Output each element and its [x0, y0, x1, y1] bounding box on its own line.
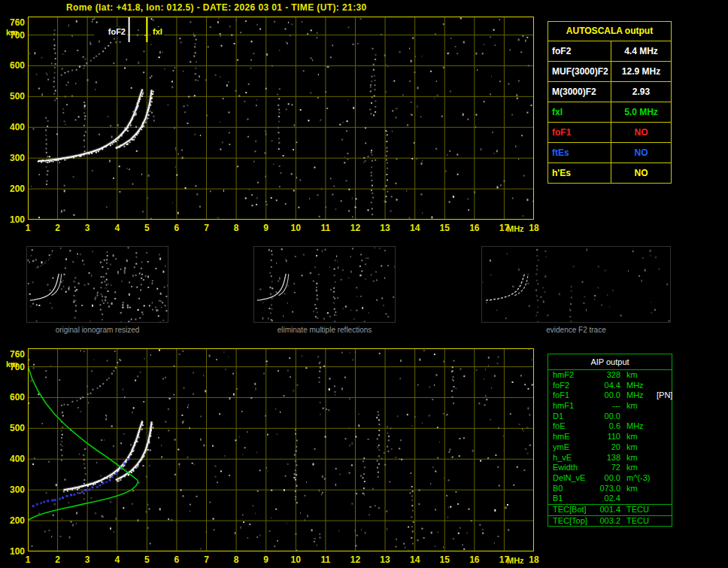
- aip-rows: hmF2328kmfoF204.4MHzfoF100.0MHz[PN]hmF1-…: [548, 370, 672, 526]
- thumbnail-multiple-reflections: [253, 246, 396, 323]
- profile-ionogram-canvas: [28, 348, 534, 551]
- fof2-marker-label: foF2: [94, 27, 127, 36]
- x-tick-label: 18: [526, 223, 542, 233]
- y-tick-label: 200: [2, 515, 25, 526]
- autoscala-row-value: 2.93: [611, 82, 671, 102]
- autoscala-row-value: NO: [611, 143, 671, 163]
- x-tick-label: 10: [287, 223, 304, 233]
- autoscala-row-label: h'Es: [548, 163, 611, 183]
- aip-row-unit: km: [626, 401, 657, 412]
- x-tick-label: 4: [109, 554, 126, 565]
- f2-trace: [38, 90, 144, 164]
- x-tick-label: 1: [20, 554, 36, 565]
- y-tick-label: 400: [2, 122, 25, 132]
- x-tick-label: 16: [466, 554, 483, 565]
- aip-row-value: 00.0: [593, 473, 620, 484]
- y-tick-label: 760: [2, 17, 25, 28]
- autoscala-row-value: 4.4 MHz: [611, 41, 671, 61]
- aip-row-unit: [626, 412, 657, 422]
- x-tick-label: 9: [258, 223, 275, 233]
- aip-row-name: TEC[Bot]: [548, 505, 593, 515]
- autoscala-row-value: 5.0 MHz: [611, 102, 671, 122]
- x-tick-label: 13: [377, 223, 393, 233]
- frequency-markers: [129, 17, 147, 42]
- aip-row: foF204.4MHz: [548, 381, 672, 391]
- aip-row-unit: m^(-3): [626, 473, 657, 484]
- x-tick-label: 8: [228, 554, 244, 565]
- x-tick-label: 15: [436, 554, 453, 565]
- x-tick-label: 7: [199, 223, 215, 233]
- aip-row-extra: [657, 432, 672, 442]
- x-tick-label: 12: [347, 223, 363, 233]
- aip-row-unit: [626, 494, 657, 504]
- aip-row: foE0.6MHz: [548, 421, 672, 432]
- aip-row: foF100.0MHz[PN]: [548, 390, 672, 401]
- aip-row-value: 001.4: [593, 505, 620, 515]
- aip-row-value: 003.2: [593, 516, 620, 527]
- station-title: Rome (lat: +41.8, lon: 012.5) - DATE: 20…: [66, 2, 367, 13]
- thumbnail-f2-trace: [481, 246, 671, 323]
- y-tick-label: 500: [2, 423, 25, 433]
- x-tick-label: 12: [347, 554, 363, 565]
- thumbnail-original-ionogram: [26, 246, 168, 323]
- aip-row-value: 04.4: [593, 381, 620, 391]
- profile-ionogram-plot: [28, 348, 534, 551]
- aip-row-unit: TECU: [626, 516, 657, 527]
- x-tick-label: 14: [407, 554, 423, 565]
- aip-row-value: 0.6: [593, 421, 620, 432]
- aip-row-value: 073.0: [593, 484, 620, 494]
- aip-row-unit: MHz: [626, 381, 657, 391]
- aip-row: B0073.0km: [548, 484, 672, 494]
- thumbnail-f2-trace-canvas: [482, 247, 670, 322]
- aip-row: DelN_vE00.0m^(-3): [548, 473, 672, 484]
- thumbnail-multiple-reflections-canvas: [254, 247, 395, 322]
- aip-row: hmF1---km: [548, 401, 672, 412]
- fxi-marker-label: fxI: [151, 27, 164, 36]
- x-tick-label: 14: [407, 223, 423, 233]
- f2-trace: [257, 274, 289, 300]
- aip-row-extra: [657, 473, 672, 484]
- y-tick-label: 300: [2, 484, 25, 495]
- thumbnail-caption: eliminate multiple reflections: [253, 326, 396, 334]
- second-hop-trace: [36, 252, 53, 269]
- autoscala-row: fxI5.0 MHz: [548, 102, 671, 123]
- aip-row-value: 72: [593, 463, 620, 473]
- aip-row-name: foF2: [548, 381, 593, 391]
- aip-row-extra: [657, 484, 672, 494]
- autoscala-app: Rome (lat: +41.8, lon: 012.5) - DATE: 20…: [0, 0, 728, 568]
- aip-row-name: DelN_vE: [548, 473, 593, 484]
- aip-row-unit: TECU: [626, 505, 657, 515]
- f2-trace: [30, 274, 62, 300]
- autoscala-row: foF24.4 MHz: [548, 41, 671, 62]
- aip-row-name: B1: [548, 494, 593, 504]
- autoscala-row-value: 12.9 MHz: [611, 62, 671, 81]
- thumbnail-original-canvas: [27, 247, 168, 322]
- aip-row-extra: [657, 401, 672, 412]
- aip-row-extra: [657, 370, 672, 381]
- f2-trace: [63, 421, 144, 493]
- main-ionogram-plot: foF2 fxI: [28, 17, 534, 220]
- y-tick-label: 600: [2, 392, 25, 402]
- noise-dots: [483, 249, 670, 322]
- aip-row-unit: km: [626, 442, 657, 453]
- autoscala-header: AUTOSCALA output: [548, 22, 671, 41]
- second-hop-trace: [61, 359, 120, 406]
- aip-row-name: hmE: [548, 432, 593, 442]
- aip-row-extra: [657, 505, 672, 515]
- aip-row-name: B0: [548, 484, 593, 494]
- autoscala-table: AUTOSCALA output foF24.4 MHzMUF(3000)F21…: [548, 21, 672, 184]
- autoscala-row-label: fxI: [548, 102, 611, 122]
- aip-row-unit: km: [626, 453, 657, 463]
- aip-row-unit: km: [626, 370, 657, 381]
- thumbnail-caption: evidence F2 trace: [481, 326, 671, 334]
- y-tick-label: 760: [2, 349, 25, 360]
- aip-row-name: foE: [548, 421, 593, 432]
- y-tick-label: 400: [2, 454, 25, 464]
- x-tick-label: 16: [466, 223, 483, 233]
- aip-row-unit: km: [626, 432, 657, 442]
- aip-row-extra: [657, 494, 672, 504]
- autoscala-row: M(3000)F22.93: [548, 82, 671, 102]
- y-tick-label: 500: [2, 91, 25, 102]
- aip-row-extra: [657, 516, 672, 527]
- aip-row-unit: km: [626, 463, 657, 473]
